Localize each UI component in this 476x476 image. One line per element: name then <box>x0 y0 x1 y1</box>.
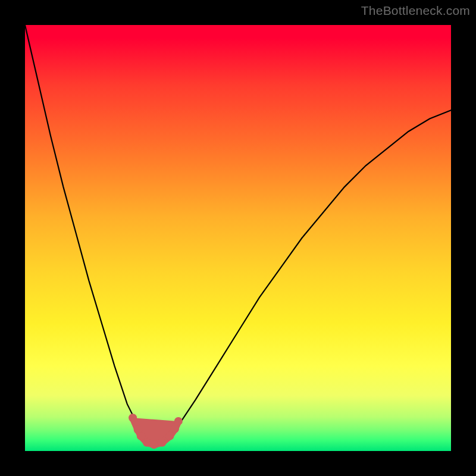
marker-dot <box>129 414 137 422</box>
marker-dot <box>174 417 183 425</box>
marker-dot <box>171 425 179 433</box>
marker-dot <box>165 432 174 440</box>
chart-svg <box>25 25 451 451</box>
marker-dot <box>137 432 145 440</box>
marker-dot <box>158 439 167 447</box>
watermark-text: TheBottleneck.com <box>361 4 470 18</box>
bottleneck-curve <box>25 25 451 443</box>
marker-dot <box>150 440 158 449</box>
chart-frame: TheBottleneck.com <box>0 0 476 476</box>
plot-area <box>25 25 451 451</box>
marker-dot <box>143 439 151 447</box>
